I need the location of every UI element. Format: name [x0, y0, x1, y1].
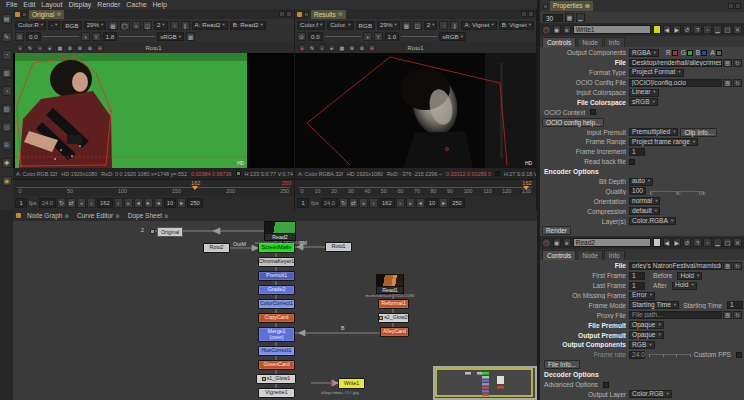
starting-time-input[interactable]: 1: [727, 301, 743, 309]
minimize-panels-button[interactable]: ▁: [576, 13, 585, 22]
pane-layout-icon[interactable]: [22, 12, 27, 17]
gamma-input[interactable]: 1.0: [385, 32, 400, 41]
file-path-input[interactable]: orley's NatronFestival/mamisdefault.jpg: [629, 262, 722, 270]
roto-play-icon[interactable]: ▸: [46, 44, 54, 52]
node-color-swatch[interactable]: [653, 238, 661, 247]
channel-checkbox[interactable]: R: [663, 49, 678, 56]
script-button[interactable]: ≡: [563, 238, 571, 247]
menu-item[interactable]: Help: [150, 0, 170, 9]
prev-frame-button[interactable]: ‹: [369, 198, 378, 208]
viewer-image[interactable]: HD: [13, 53, 294, 168]
layers-select[interactable]: Color.RGBA: [629, 217, 676, 225]
graph-node[interactable]: AlleyCard: [380, 327, 409, 337]
gain-icon[interactable]: ⊙: [15, 32, 24, 41]
prev-frame-button[interactable]: ‹: [87, 198, 96, 208]
close-panel-button[interactable]: ✕: [733, 238, 742, 247]
graph-node[interactable]: Roto2: [203, 243, 230, 253]
ocio-help-button[interactable]: OCIO config help...: [542, 118, 604, 127]
roto-add-icon[interactable]: ✚: [368, 44, 376, 52]
pane-layout-icon[interactable]: [543, 4, 548, 9]
graph-node[interactable]: Grade2: [258, 285, 295, 295]
grid-icon[interactable]: ▦: [186, 32, 195, 41]
browse-folder-icon[interactable]: ▤: [723, 262, 732, 270]
roto-target2-icon[interactable]: ⊕: [76, 44, 84, 52]
roi-icon[interactable]: ◫: [413, 21, 422, 30]
current-frame-input[interactable]: 162: [379, 198, 395, 208]
custom-fps-checkbox[interactable]: [736, 352, 742, 358]
gamma-slider[interactable]: [119, 36, 155, 37]
draw-tool-icon[interactable]: ✎: [2, 32, 12, 42]
gamma-icon[interactable]: ◑: [363, 32, 372, 41]
file-colorspace-select[interactable]: sRGB: [629, 98, 658, 106]
in-point-input[interactable]: 1: [297, 198, 309, 208]
display-channels[interactable]: RGB: [356, 21, 375, 30]
before-select[interactable]: Hold: [677, 272, 702, 280]
node-name-input[interactable]: Read2: [573, 238, 651, 247]
gamma-icon[interactable]: ◑: [81, 32, 90, 41]
graph-node[interactable]: Write1: [338, 378, 365, 389]
views-tool-icon[interactable]: ◉: [2, 176, 12, 186]
wipe-select[interactable]: 2: [154, 21, 168, 30]
loop-button[interactable]: ↻: [57, 198, 66, 208]
compression-select[interactable]: default: [629, 207, 660, 215]
frame-increment-input[interactable]: 10: [164, 198, 176, 208]
node-color-swatch[interactable]: [653, 25, 661, 34]
layer-select[interactable]: Color.f: [297, 21, 325, 30]
gain-input[interactable]: 0.0: [308, 32, 323, 41]
roto-play-icon[interactable]: ▸: [328, 44, 336, 52]
clip-info-button[interactable]: Clip Info...: [680, 128, 717, 137]
pane-menu-icon[interactable]: [297, 12, 302, 17]
menu-item[interactable]: File: [3, 0, 20, 9]
graph-node[interactable]: ColorCorrect1: [258, 299, 295, 309]
channel-checkbox[interactable]: B: [693, 49, 707, 56]
proxy-icon[interactable]: ⌖: [132, 21, 141, 30]
roto-target3-icon[interactable]: ⊕: [86, 44, 94, 52]
roto-grid-icon[interactable]: ▦: [56, 44, 64, 52]
channel-tool-icon[interactable]: ▥: [2, 68, 12, 78]
tab-close-icon[interactable]: ⊗: [56, 10, 61, 19]
clip-to-format-icon[interactable]: ◯: [120, 21, 130, 30]
next-increment-button[interactable]: ▸: [177, 198, 186, 208]
pane-menu-icon[interactable]: [15, 12, 20, 17]
frame-range-select[interactable]: Project frame range: [629, 138, 698, 146]
graph-node[interactable]: Reformat1: [378, 299, 409, 309]
node-color-icon[interactable]: ◯: [542, 238, 551, 247]
tab-close-icon[interactable]: ⊗: [585, 1, 590, 11]
last-frame-button[interactable]: »: [124, 198, 133, 208]
frame-mode-select[interactable]: Starting Time: [629, 301, 679, 309]
roto-target1-icon[interactable]: ⊕: [66, 44, 74, 52]
tab-close-icon[interactable]: ⊗: [164, 213, 169, 219]
fps-input[interactable]: 24.0: [39, 198, 56, 208]
revert-button[interactable]: ↺: [683, 238, 691, 247]
output-premult-select[interactable]: Opaque: [629, 331, 664, 339]
timeline-playhead[interactable]: 162: [526, 180, 527, 194]
roto-draw-icon[interactable]: ✎: [26, 44, 34, 52]
output-layer-select[interactable]: Color.RGB: [629, 390, 672, 398]
minimize-panel-button[interactable]: ▁: [713, 25, 722, 34]
first-frame-input[interactable]: 1: [629, 272, 645, 280]
roto-bezier-icon[interactable]: ⌖: [36, 44, 44, 52]
image-tool-icon[interactable]: ▤: [2, 14, 12, 24]
nodegraph-tab[interactable]: Node Graph⊗: [25, 212, 71, 219]
frame-increment-input[interactable]: 1: [629, 148, 645, 156]
float-panel-button[interactable]: ▢: [723, 238, 732, 247]
missing-frame-select[interactable]: Error: [629, 292, 655, 300]
help-button[interactable]: ?: [693, 238, 702, 247]
pause-icon[interactable]: ∥: [181, 21, 190, 30]
roto-add-icon[interactable]: ✚: [96, 44, 104, 52]
file-premult-select[interactable]: Opaque: [629, 321, 664, 329]
frame-rate-slider[interactable]: [649, 350, 691, 359]
float-panel-button[interactable]: ▢: [723, 25, 732, 34]
gain-slider[interactable]: [325, 36, 361, 37]
layer-select[interactable]: Color.R: [15, 21, 46, 30]
tab-controls[interactable]: Controls: [542, 37, 576, 47]
tab-node[interactable]: Node: [577, 250, 603, 260]
file-path-input[interactable]: Desktop/renderhall/alleycrimes.###.jpg: [629, 59, 722, 67]
roi-icon[interactable]: ◫: [143, 21, 152, 30]
b-input-select[interactable]: B: Read2: [230, 21, 266, 30]
reload-file-icon[interactable]: ↻: [733, 59, 742, 67]
checkerboard-icon[interactable]: ▦: [402, 21, 411, 30]
pane-float-icon[interactable]: [279, 11, 285, 17]
pane-maximize-icon[interactable]: [286, 11, 292, 17]
properties-tab[interactable]: Properties ⊗: [550, 1, 593, 11]
